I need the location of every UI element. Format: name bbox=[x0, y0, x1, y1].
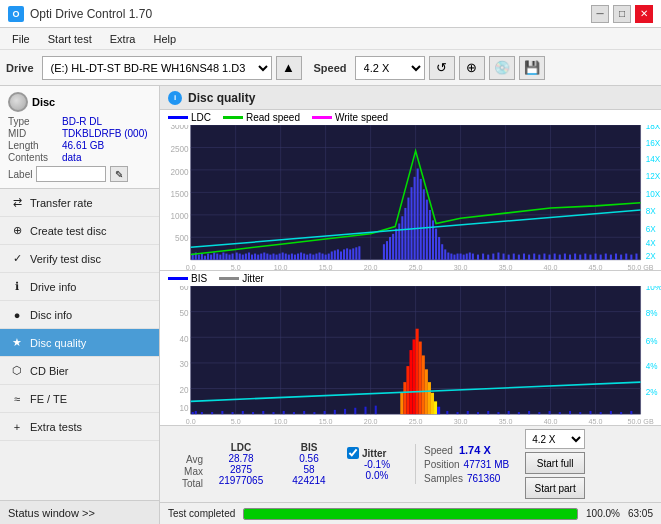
extra-tests-icon: + bbox=[10, 420, 24, 434]
svg-text:0.0: 0.0 bbox=[186, 417, 196, 425]
svg-text:2500: 2500 bbox=[170, 145, 189, 154]
samples-label: Samples bbox=[424, 473, 463, 484]
jitter-max: 0.0% bbox=[347, 470, 407, 481]
nav-create-test-disc[interactable]: ⊕ Create test disc bbox=[0, 217, 159, 245]
speed-row: Speed 1.74 X bbox=[424, 444, 509, 456]
status-window-button[interactable]: Status window >> bbox=[0, 500, 159, 524]
svg-rect-90 bbox=[331, 251, 333, 259]
svg-text:1500: 1500 bbox=[170, 189, 189, 198]
status-window-label: Status window >> bbox=[8, 507, 95, 519]
svg-rect-82 bbox=[306, 255, 308, 260]
nav-drive-info[interactable]: ℹ Drive info bbox=[0, 273, 159, 301]
svg-rect-122 bbox=[450, 254, 452, 260]
maximize-button[interactable]: □ bbox=[613, 5, 631, 23]
chart-header: i Disc quality bbox=[160, 86, 661, 110]
svg-rect-53 bbox=[216, 254, 218, 260]
nav-cd-bier[interactable]: ⬡ CD Bier bbox=[0, 357, 159, 385]
eject-button[interactable]: ▲ bbox=[276, 56, 302, 80]
legend-read-speed: Read speed bbox=[223, 112, 300, 123]
svg-rect-54 bbox=[219, 255, 221, 260]
svg-rect-238 bbox=[467, 411, 469, 414]
svg-rect-129 bbox=[472, 254, 474, 260]
svg-rect-224 bbox=[403, 382, 406, 414]
create-test-disc-icon: ⊕ bbox=[10, 224, 24, 238]
disc-mid-label: MID bbox=[8, 128, 60, 139]
nav-extra-tests[interactable]: + Extra tests bbox=[0, 413, 159, 441]
svg-rect-89 bbox=[328, 254, 330, 260]
menu-help[interactable]: Help bbox=[145, 31, 184, 47]
svg-rect-131 bbox=[482, 254, 484, 260]
svg-rect-134 bbox=[497, 253, 499, 260]
svg-rect-234 bbox=[434, 402, 437, 415]
disc-label-input[interactable] bbox=[36, 166, 106, 182]
bottom-chart-svg: 60 50 40 30 20 10 10% 8% 6% 4% 2% 0.0 bbox=[160, 286, 661, 425]
start-part-button[interactable]: Start part bbox=[525, 477, 585, 499]
nav-disc-info[interactable]: ● Disc info bbox=[0, 301, 159, 329]
svg-rect-74 bbox=[282, 253, 284, 260]
time-text: 63:05 bbox=[628, 508, 653, 519]
menu-extra[interactable]: Extra bbox=[102, 31, 144, 47]
svg-rect-130 bbox=[477, 255, 479, 260]
svg-rect-212 bbox=[272, 412, 274, 414]
menu-start-test[interactable]: Start test bbox=[40, 31, 100, 47]
scan-button[interactable]: ⊕ bbox=[459, 56, 485, 80]
legend-write-speed-label: Write speed bbox=[335, 112, 388, 123]
svg-rect-55 bbox=[222, 253, 224, 260]
svg-rect-112 bbox=[420, 179, 422, 260]
app-icon: O bbox=[8, 6, 24, 22]
legend-jitter-label: Jitter bbox=[242, 273, 264, 284]
save-button[interactable]: 💾 bbox=[519, 56, 545, 80]
drive-select[interactable]: (E:) HL-DT-ST BD-RE WH16NS48 1.D3 bbox=[42, 56, 272, 80]
nav-items: ⇄ Transfer rate ⊕ Create test disc ✓ Ver… bbox=[0, 189, 159, 500]
burn-button[interactable]: 💿 bbox=[489, 56, 515, 80]
stats-bar: Avg Max Total LDC 28.78 2875 21977065 BI… bbox=[160, 425, 661, 502]
svg-rect-246 bbox=[549, 411, 551, 414]
nav-cd-bier-label: CD Bier bbox=[30, 365, 69, 377]
nav-fe-te[interactable]: ≈ FE / TE bbox=[0, 385, 159, 413]
disc-label-edit-button[interactable]: ✎ bbox=[110, 166, 128, 182]
svg-rect-155 bbox=[605, 254, 607, 260]
write-speed-color bbox=[312, 116, 332, 119]
svg-rect-120 bbox=[444, 249, 446, 259]
stats-divider bbox=[415, 444, 416, 484]
start-full-button[interactable]: Start full bbox=[525, 452, 585, 474]
refresh-button[interactable]: ↺ bbox=[429, 56, 455, 80]
jitter-check-row: Jitter bbox=[347, 447, 407, 459]
close-button[interactable]: ✕ bbox=[635, 5, 653, 23]
disc-mid-row: MID TDKBLDRFB (000) bbox=[8, 128, 151, 139]
nav-extra-tests-label: Extra tests bbox=[30, 421, 82, 433]
svg-rect-76 bbox=[288, 255, 290, 260]
svg-rect-230 bbox=[422, 356, 425, 415]
chart-title-icon: i bbox=[168, 91, 182, 105]
svg-rect-159 bbox=[625, 254, 627, 260]
menu-file[interactable]: File bbox=[4, 31, 38, 47]
nav-transfer-rate[interactable]: ⇄ Transfer rate bbox=[0, 189, 159, 217]
disc-type-row: Type BD-R DL bbox=[8, 116, 151, 127]
svg-text:20.0: 20.0 bbox=[364, 263, 378, 270]
legend-write-speed: Write speed bbox=[312, 112, 388, 123]
svg-rect-247 bbox=[559, 412, 561, 414]
svg-rect-83 bbox=[309, 254, 311, 260]
svg-rect-57 bbox=[229, 255, 231, 260]
svg-rect-96 bbox=[349, 249, 351, 259]
jitter-checkbox[interactable] bbox=[347, 447, 359, 459]
svg-rect-221 bbox=[364, 407, 366, 414]
avg-row-label: Avg bbox=[168, 454, 203, 465]
svg-rect-105 bbox=[398, 223, 400, 259]
svg-rect-52 bbox=[213, 253, 215, 260]
nav-disc-info-label: Disc info bbox=[30, 309, 72, 321]
svg-rect-62 bbox=[245, 254, 247, 260]
nav-disc-quality[interactable]: ★ Disc quality bbox=[0, 329, 159, 357]
minimize-button[interactable]: ─ bbox=[591, 5, 609, 23]
ldc-total: 21977065 bbox=[211, 475, 271, 486]
svg-rect-220 bbox=[354, 408, 356, 414]
chart-bottom-legend: BIS Jitter bbox=[160, 271, 661, 286]
svg-text:60: 60 bbox=[180, 286, 189, 292]
speed-select[interactable]: 4.2 X bbox=[355, 56, 425, 80]
nav-verify-test-disc[interactable]: ✓ Verify test disc bbox=[0, 245, 159, 273]
svg-rect-243 bbox=[518, 412, 520, 414]
svg-text:10.0: 10.0 bbox=[274, 263, 288, 270]
stats-speed-select[interactable]: 4.2 X bbox=[525, 429, 585, 449]
svg-rect-211 bbox=[262, 411, 264, 414]
svg-rect-64 bbox=[251, 255, 253, 260]
